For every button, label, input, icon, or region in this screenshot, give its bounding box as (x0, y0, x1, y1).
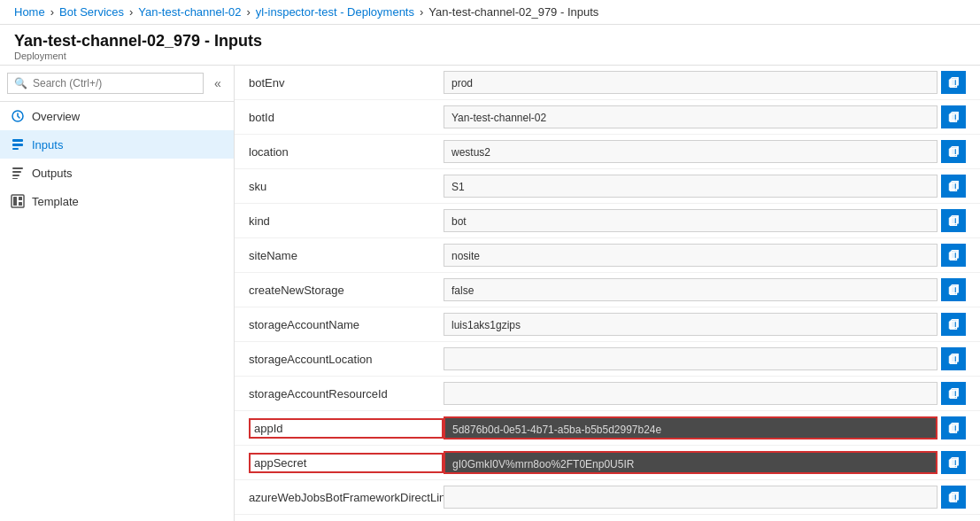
input-value: prod (444, 71, 938, 94)
content-area: botEnvprodbotIdYan-test-channel-02locati… (235, 66, 980, 521)
input-value-container: prod (444, 71, 966, 94)
input-label: location (249, 145, 444, 159)
input-label: botId (249, 111, 444, 124)
input-label: createNewStorage (249, 284, 444, 297)
input-value: bot (444, 209, 938, 232)
copy-button[interactable] (941, 175, 966, 198)
table-row: kindbot (235, 204, 980, 238)
input-label: azureWebJobsBotFrameworkDirectLineSecret (249, 491, 444, 504)
sidebar-nav: Overview Inputs Outputs Template (0, 102, 234, 521)
input-value (444, 382, 938, 405)
input-label: botEnv (249, 76, 444, 89)
sidebar-item-outputs-label: Outputs (32, 167, 73, 180)
overview-icon (11, 109, 25, 123)
input-value: gI0GmkI0V%mrn8oo%2FT0Enp0U5IR (444, 451, 938, 474)
input-label: storageAccountName (249, 318, 444, 331)
copy-button[interactable] (941, 244, 966, 267)
copy-button[interactable] (941, 451, 966, 474)
table-row: siteNamenosite (235, 238, 980, 273)
table-row: locationwestus2 (235, 135, 980, 169)
breadcrumb-channel[interactable]: Yan-test-channel-02 (138, 5, 241, 19)
input-value-container: S1 (444, 175, 966, 198)
copy-button[interactable] (941, 140, 966, 163)
svg-rect-4 (12, 167, 23, 169)
collapse-sidebar-button[interactable]: « (209, 74, 227, 92)
input-value-container (444, 347, 966, 370)
copy-button[interactable] (941, 486, 966, 509)
input-value: 5d876b0d-0e51-4b71-a5ba-b5b5d2997b24e (444, 416, 938, 439)
outputs-icon (11, 166, 25, 180)
copy-button[interactable] (941, 313, 966, 336)
sidebar-item-inputs-label: Inputs (32, 138, 63, 152)
input-value: nosite (444, 244, 938, 267)
input-value: luis1aks1gzips (444, 313, 938, 336)
table-row: createNewStoragefalse (235, 273, 980, 307)
template-icon (11, 194, 25, 208)
inputs-icon (11, 137, 25, 152)
search-icon: 🔍 (14, 77, 27, 89)
table-row: azureWebJobsBotFrameworkDirectLineSecret (235, 480, 980, 515)
input-value-container (444, 486, 966, 509)
svg-rect-9 (13, 197, 17, 206)
input-value-container: bot (444, 209, 966, 232)
input-label: kind (249, 214, 444, 228)
copy-button[interactable] (941, 416, 966, 439)
svg-rect-5 (12, 171, 21, 173)
copy-button[interactable] (941, 278, 966, 301)
table-row: storageAccountNameluis1aks1gzips (235, 307, 980, 342)
input-value-container: 5d876b0d-0e51-4b71-a5ba-b5b5d2997b24e (444, 416, 966, 439)
input-label: sku (249, 180, 444, 193)
input-value-container (444, 382, 966, 405)
svg-rect-10 (19, 197, 22, 200)
sidebar-item-overview-label: Overview (32, 110, 80, 123)
sidebar-item-template[interactable]: Template (0, 187, 234, 215)
page-header: Yan-test-channel-02_979 - Inputs Deploym… (0, 25, 980, 66)
table-row: botEnvprod (235, 66, 980, 100)
input-label: appId (249, 418, 444, 439)
input-value-container: luis1aks1gzips (444, 313, 966, 336)
sidebar-item-inputs[interactable]: Inputs (0, 130, 234, 159)
sidebar-item-outputs[interactable]: Outputs (0, 159, 234, 187)
breadcrumb-home[interactable]: Home (14, 5, 45, 19)
table-row: storageAccountLocation (235, 342, 980, 377)
copy-button[interactable] (941, 382, 966, 405)
input-value-container: false (444, 278, 966, 301)
table-row: storageAccountResourceId (235, 377, 980, 411)
svg-rect-1 (12, 139, 23, 142)
svg-rect-3 (12, 148, 19, 150)
page-subtitle: Deployment (14, 51, 966, 61)
input-value-container: nosite (444, 244, 966, 267)
inputs-table: botEnvprodbotIdYan-test-channel-02locati… (235, 66, 980, 515)
copy-button[interactable] (941, 105, 966, 128)
sidebar-item-template-label: Template (32, 195, 79, 208)
copy-button[interactable] (941, 209, 966, 232)
breadcrumb-bot-services[interactable]: Bot Services (59, 5, 124, 19)
breadcrumb: Home › Bot Services › Yan-test-channel-0… (0, 0, 980, 25)
input-value-container: Yan-test-channel-02 (444, 105, 966, 128)
svg-rect-11 (19, 202, 22, 206)
svg-rect-6 (12, 175, 19, 176)
input-value-container: gI0GmkI0V%mrn8oo%2FT0Enp0U5IR (444, 451, 966, 474)
sidebar-search-container: 🔍 « (0, 66, 234, 102)
input-value (444, 486, 938, 509)
table-row: appId5d876b0d-0e51-4b71-a5ba-b5b5d2997b2… (235, 411, 980, 446)
input-label: siteName (249, 249, 444, 262)
input-label: appSecret (249, 453, 444, 473)
table-row: appSecretgI0GmkI0V%mrn8oo%2FT0Enp0U5IR (235, 446, 980, 480)
svg-rect-2 (12, 144, 23, 146)
copy-button[interactable] (941, 347, 966, 370)
copy-button[interactable] (941, 71, 966, 94)
sidebar: 🔍 « Overview Inputs Outputs (0, 66, 235, 521)
input-value-container: westus2 (444, 140, 966, 163)
table-row: botIdYan-test-channel-02 (235, 100, 980, 135)
main-container: 🔍 « Overview Inputs Outputs (0, 66, 980, 521)
input-value: westus2 (444, 140, 938, 163)
search-input[interactable] (7, 73, 204, 94)
breadcrumb-current: Yan-test-channel-02_979 - Inputs (428, 5, 598, 19)
input-label: storageAccountResourceId (249, 387, 444, 400)
sidebar-item-overview[interactable]: Overview (0, 102, 234, 130)
breadcrumb-deployments[interactable]: yl-inspector-test - Deployments (256, 5, 414, 19)
input-value: false (444, 278, 938, 301)
input-value: S1 (444, 175, 938, 198)
input-label: storageAccountLocation (249, 353, 444, 366)
